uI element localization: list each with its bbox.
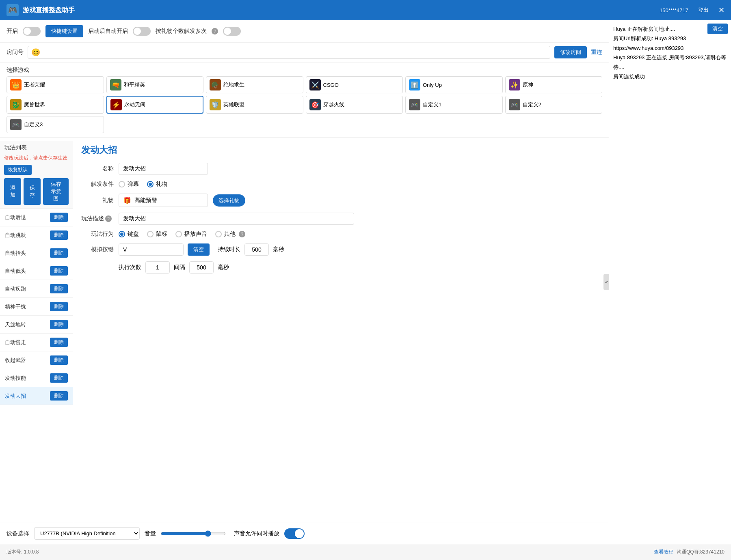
keyboard-radio-circle bbox=[119, 231, 125, 237]
game-item-yww[interactable]: ⚡永劫无间 bbox=[106, 96, 204, 114]
delete-skill-button[interactable]: 删除 bbox=[50, 230, 68, 240]
game-item-zdy1[interactable]: 🎮自定义1 bbox=[405, 96, 503, 114]
modify-room-button[interactable]: 修改房间 bbox=[554, 46, 587, 58]
skill-item-name: 发动技能 bbox=[5, 375, 26, 382]
game-name-csgo: CSGO bbox=[323, 82, 339, 88]
collapse-right-button[interactable]: ＜ bbox=[603, 274, 609, 290]
game-item-cyhx[interactable]: 🎯穿越火线 bbox=[306, 96, 403, 114]
select-gift-button[interactable]: 选择礼物 bbox=[213, 194, 245, 207]
save-skill-button[interactable]: 保存 bbox=[24, 178, 41, 205]
duration-label: 持续时长 bbox=[218, 246, 240, 253]
mouse-radio-circle bbox=[147, 231, 154, 237]
mouse-radio[interactable]: 鼠标 bbox=[147, 230, 167, 238]
skill-item[interactable]: 自动抬头删除 bbox=[0, 244, 73, 262]
room-input[interactable] bbox=[43, 49, 547, 56]
room-row: 房间号 😊 修改房间 重连 bbox=[0, 43, 609, 62]
save-image-button[interactable]: 保存示意图 bbox=[43, 178, 69, 205]
game-item-msj[interactable]: 🐉魔兽世界 bbox=[6, 96, 104, 114]
interval-input[interactable] bbox=[189, 261, 214, 274]
gift-row: 礼物 🎁 选择礼物 bbox=[81, 194, 601, 207]
skill-item-name: 自动低头 bbox=[5, 267, 26, 275]
tutorial-link[interactable]: 查看教程 bbox=[654, 549, 673, 556]
skill-item[interactable]: 自动疾跑删除 bbox=[0, 280, 73, 298]
delete-skill-button[interactable]: 删除 bbox=[50, 284, 68, 293]
duration-input[interactable] bbox=[244, 243, 269, 256]
trigger-toggle[interactable] bbox=[223, 27, 241, 36]
name-input[interactable] bbox=[119, 163, 208, 175]
device-select[interactable]: U2777B (NVIDIA High Definition bbox=[34, 527, 140, 540]
skill-list-sidebar: 玩法列表 修改玩法后，请点击保存生效 恢复默认 添加 保存 保存示意图 自动后退… bbox=[0, 138, 73, 523]
game-name-yuanshen: 原神 bbox=[523, 81, 533, 88]
gift-trigger-label: 礼物 bbox=[156, 181, 167, 188]
skill-item[interactable]: 发动大招删除 bbox=[0, 387, 73, 405]
left-panel: 开启 快捷键设置 启动后自动开启 按礼物个数触发多次 ? 房间号 😊 修改房间 … bbox=[0, 20, 609, 544]
hotkey-button[interactable]: 快捷键设置 bbox=[45, 25, 83, 37]
trigger-gift-radio[interactable]: 礼物 bbox=[147, 181, 167, 188]
exec-times-input[interactable] bbox=[145, 261, 170, 274]
game-icon-csgo: ⚔️ bbox=[309, 79, 321, 90]
behavior-row: 玩法行为 键盘 鼠标 播放声音 bbox=[81, 230, 601, 238]
game-item-hpjy[interactable]: 🔫和平精英 bbox=[106, 76, 204, 93]
close-button[interactable]: ✕ bbox=[718, 6, 725, 15]
auto-open-toggle[interactable] bbox=[133, 27, 151, 36]
gift-input[interactable] bbox=[134, 197, 205, 204]
game-item-zdy3[interactable]: 🎮自定义3 bbox=[6, 116, 104, 133]
game-icon-wzry: 👑 bbox=[10, 79, 22, 90]
skill-item[interactable]: 发动技能删除 bbox=[0, 369, 73, 387]
desc-help-icon[interactable]: ? bbox=[105, 215, 112, 222]
right-panel: 清空 Huya 正在解析房间地址....房间Url解析成功: Huya 8932… bbox=[609, 20, 731, 544]
trigger-help-icon[interactable]: ? bbox=[212, 28, 218, 34]
delete-skill-button[interactable]: 删除 bbox=[50, 338, 68, 347]
trigger-row: 触发条件 弹幕 礼物 bbox=[81, 181, 601, 188]
delete-skill-button[interactable]: 删除 bbox=[50, 248, 68, 258]
volume-slider[interactable] bbox=[161, 530, 226, 537]
game-icon-zdy3: 🎮 bbox=[10, 119, 22, 130]
game-item-jdqsh[interactable]: 🪖绝地求生 bbox=[206, 76, 303, 93]
other-help-icon[interactable]: ? bbox=[239, 231, 245, 237]
logout-button[interactable]: 登出 bbox=[695, 6, 712, 15]
clear-key-button[interactable]: 清空 bbox=[188, 243, 210, 256]
delete-skill-button[interactable]: 删除 bbox=[50, 302, 68, 311]
trigger-label: 按礼物个数触发多次 bbox=[156, 28, 207, 35]
delete-skill-button[interactable]: 删除 bbox=[50, 391, 68, 401]
skill-item[interactable]: 自动跳跃删除 bbox=[0, 226, 73, 244]
sound-allow-toggle[interactable] bbox=[284, 528, 305, 539]
delete-skill-button[interactable]: 删除 bbox=[50, 373, 68, 383]
skill-item[interactable]: 收起武器删除 bbox=[0, 351, 73, 369]
open-toggle[interactable] bbox=[23, 27, 41, 36]
other-radio[interactable]: 其他 ? bbox=[215, 230, 245, 238]
skill-item[interactable]: 精神干扰删除 bbox=[0, 298, 73, 316]
game-item-yuanshen[interactable]: ✨原神 bbox=[505, 76, 603, 93]
open-label: 开启 bbox=[6, 28, 18, 35]
mouse-label: 鼠标 bbox=[156, 230, 167, 238]
game-icon-yuanshen: ✨ bbox=[509, 79, 520, 90]
skill-item[interactable]: 自动慢走删除 bbox=[0, 334, 73, 351]
delete-skill-button[interactable]: 删除 bbox=[50, 320, 68, 329]
add-skill-button[interactable]: 添加 bbox=[4, 178, 21, 205]
sound-radio[interactable]: 播放声音 bbox=[175, 230, 207, 238]
key-input-wrap: 清空 持续时长 毫秒 bbox=[119, 243, 284, 256]
key-input[interactable] bbox=[119, 243, 184, 256]
recover-default-button[interactable]: 恢复默认 bbox=[4, 165, 32, 175]
key-row: 模拟按键 清空 持续时长 毫秒 bbox=[81, 243, 601, 256]
trigger-barrage-radio[interactable]: 弹幕 bbox=[119, 181, 139, 188]
skill-item[interactable]: 自动低头删除 bbox=[0, 262, 73, 280]
game-item-csgo[interactable]: ⚔️CSGO bbox=[306, 76, 403, 93]
delete-skill-button[interactable]: 删除 bbox=[50, 266, 68, 276]
title-bar-actions: 150****4717 登出 ✕ bbox=[660, 6, 725, 15]
delete-skill-button[interactable]: 删除 bbox=[50, 355, 68, 365]
user-info: 150****4717 bbox=[660, 7, 688, 13]
game-item-wzry[interactable]: 👑王者荣耀 bbox=[6, 76, 104, 93]
game-icon-zdy1: 🎮 bbox=[409, 99, 420, 110]
clear-log-button[interactable]: 清空 bbox=[707, 24, 728, 34]
game-icon-msj: 🐉 bbox=[10, 99, 22, 110]
keyboard-radio[interactable]: 键盘 bbox=[119, 230, 139, 238]
delete-skill-button[interactable]: 删除 bbox=[50, 213, 68, 222]
skill-item[interactable]: 自动后退删除 bbox=[0, 209, 73, 226]
desc-input[interactable] bbox=[119, 213, 354, 225]
game-item-onlyup[interactable]: ⬆️Only Up bbox=[405, 76, 503, 93]
reconnect-button[interactable]: 重连 bbox=[591, 49, 602, 56]
skill-item[interactable]: 天旋地转删除 bbox=[0, 316, 73, 334]
game-item-zdy2[interactable]: 🎮自定义2 bbox=[505, 96, 603, 114]
game-item-yxlm[interactable]: 🛡️英雄联盟 bbox=[206, 96, 303, 114]
